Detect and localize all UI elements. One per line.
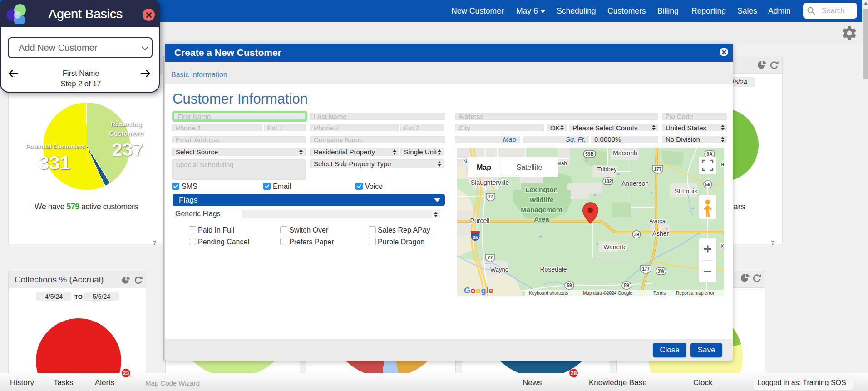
svg-text:3W: 3W	[658, 269, 665, 274]
svg-text:Macomb: Macomb	[613, 149, 637, 157]
svg-text:Rosedale: Rosedale	[540, 266, 567, 273]
svg-text:Anderson: Anderson	[621, 180, 649, 187]
svg-text:Map: Map	[477, 163, 491, 171]
svg-text:102: 102	[604, 179, 612, 184]
svg-text:35: 35	[473, 235, 478, 240]
svg-text:9A: 9A	[707, 152, 713, 157]
svg-text:Google: Google	[464, 286, 493, 295]
svg-text:Slaughterville: Slaughterville	[471, 179, 509, 186]
svg-text:Management: Management	[521, 206, 562, 213]
svg-text:Map data ©2024 Google: Map data ©2024 Google	[583, 291, 633, 296]
svg-text:77: 77	[488, 194, 493, 199]
svg-text:59: 59	[567, 283, 572, 288]
svg-text:Terms: Terms	[653, 291, 666, 296]
svg-text:59: 59	[705, 182, 710, 187]
svg-text:Asher: Asher	[652, 230, 669, 237]
svg-text:Lexington: Lexington	[525, 186, 558, 193]
svg-text:Purcell: Purcell	[470, 217, 490, 224]
svg-text:Keyboard shortcuts: Keyboard shortcuts	[529, 291, 568, 296]
svg-text:Ko: Ko	[720, 243, 724, 249]
svg-text:St Louis: St Louis	[675, 188, 698, 195]
svg-text:59: 59	[624, 283, 629, 288]
svg-text:Avoca: Avoca	[649, 218, 666, 224]
svg-text:77: 77	[488, 255, 493, 260]
svg-text:Wanette: Wanette	[603, 243, 627, 251]
svg-text:39: 39	[634, 232, 639, 237]
svg-text:au: au	[721, 161, 724, 168]
svg-text:177: 177	[654, 167, 662, 172]
svg-text:Tribbey: Tribbey	[597, 166, 617, 173]
svg-text:Satellite: Satellite	[517, 163, 542, 171]
svg-text:Wildlife: Wildlife	[529, 196, 553, 203]
svg-text:Report a map error: Report a map error	[676, 291, 715, 296]
svg-text:59B: 59B	[585, 152, 593, 157]
svg-text:Wayne: Wayne	[490, 266, 508, 273]
svg-text:177: 177	[642, 267, 650, 272]
svg-text:Area: Area	[534, 215, 549, 223]
